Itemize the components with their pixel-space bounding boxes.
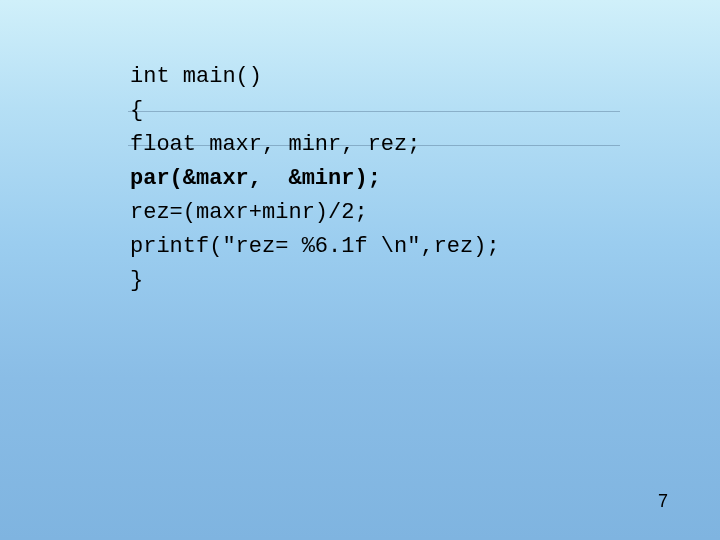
code-line-3: float maxr, minr, rez;: [130, 128, 620, 162]
page-number: 7: [658, 491, 668, 512]
code-line-5: rez=(maxr+minr)/2;: [130, 196, 620, 230]
code-block: int main() { float maxr, minr, rez; par(…: [130, 60, 620, 298]
code-line-6: printf("rez= %6.1f \n",rez);: [130, 230, 620, 264]
code-line-1: int main(): [130, 60, 620, 94]
slide: int main() { float maxr, minr, rez; par(…: [0, 0, 720, 540]
code-line-4-emphasis: par(&maxr, &minr);: [130, 162, 620, 196]
code-line-2: {: [130, 94, 620, 128]
code-line-7: }: [130, 264, 620, 298]
